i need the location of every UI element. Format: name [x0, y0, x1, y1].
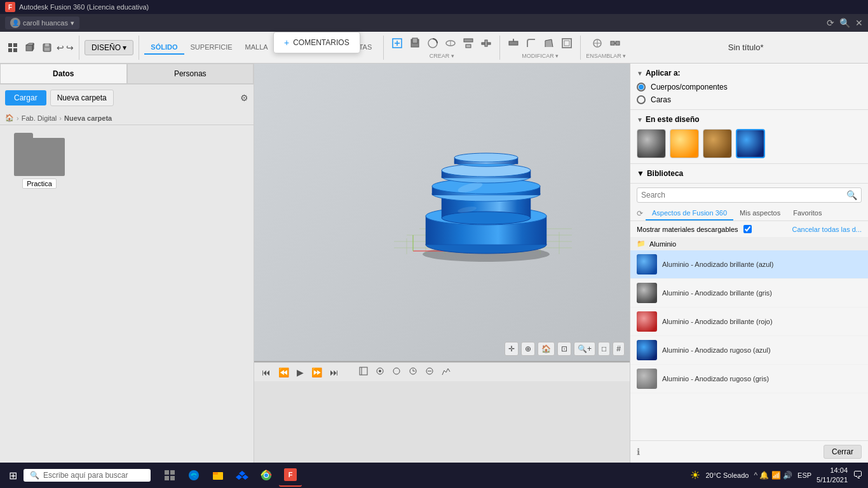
loft-btn[interactable]	[460, 36, 477, 51]
grid-view-btn[interactable]	[5, 41, 20, 55]
taskbar-search[interactable]: 🔍 Escribe aquí para buscar	[24, 469, 151, 482]
anim-prev-btn[interactable]: ⏪	[276, 366, 292, 379]
chamfer-btn[interactable]	[541, 36, 557, 51]
svg-rect-9	[44, 48, 50, 51]
info-icon[interactable]: ℹ	[637, 447, 640, 457]
mat-item-2[interactable]: Aluminio - Anodizado brillante (rojo)	[630, 308, 868, 336]
anim-start-btn[interactable]: ⏮	[259, 366, 273, 379]
design-materials	[637, 129, 862, 158]
mat-thumb-1[interactable]	[637, 129, 666, 158]
redo-btn[interactable]: ↪	[66, 43, 74, 53]
svg-rect-75	[170, 476, 175, 480]
svg-rect-2	[8, 48, 12, 52]
tab-solido[interactable]: SÓLIDO	[144, 41, 184, 55]
anim-tool-1[interactable]	[356, 365, 370, 379]
fillet-btn[interactable]	[523, 36, 539, 51]
mat-item-3[interactable]: Aluminio - Anodizado rugoso (azul)	[630, 336, 868, 365]
apply-title: Aplicar a:	[646, 69, 681, 78]
taskbar-app-explorer[interactable]	[207, 464, 229, 487]
svg-rect-78	[213, 472, 218, 475]
menu-icons: ⟳ 🔍 ✕	[827, 18, 863, 28]
mat-thumb-4[interactable]	[736, 129, 765, 158]
panel-settings-btn[interactable]: ⚙	[240, 93, 248, 103]
refresh-library-btn[interactable]: ⟳	[637, 209, 643, 218]
anim-play-btn[interactable]: ▶	[294, 366, 306, 379]
user-area[interactable]: 👤 caroll huancas ▾	[5, 17, 79, 29]
lib-tab-fusion[interactable]: Aspectos de Fusion 360	[646, 207, 733, 220]
anim-tool-4[interactable]	[406, 365, 420, 379]
library-header[interactable]: ▼ Biblioteca	[630, 164, 868, 184]
breadcrumb-fabdigital[interactable]: Fab. Digital	[22, 114, 57, 122]
zoom-fit-btn[interactable]: ⊡	[557, 342, 571, 356]
show-downloadable-label[interactable]: Mostrar materiales descargables	[637, 225, 752, 233]
revolve-btn[interactable]	[424, 36, 441, 51]
taskbar-app-chrome[interactable]	[255, 464, 278, 487]
taskbar-app-edge[interactable]	[182, 464, 205, 487]
username: caroll huancas	[23, 19, 68, 27]
anim-tool-5[interactable]	[423, 365, 437, 379]
mat-thumb-2[interactable]	[670, 129, 699, 158]
taskbar-app-fusion[interactable]: F	[279, 464, 302, 487]
design-dropdown-btn[interactable]: DISEÑO ▾	[85, 40, 133, 55]
search-input[interactable]	[641, 191, 846, 200]
save-btn[interactable]	[39, 41, 55, 55]
create-sketch-btn[interactable]	[389, 36, 405, 51]
library-title: Biblioteca	[647, 169, 683, 178]
search-icon[interactable]: 🔍	[839, 18, 850, 28]
taskbar-app-taskview[interactable]	[158, 464, 181, 487]
comentarios-popup[interactable]: + COMENTARIOS	[273, 32, 360, 53]
orbit-btn[interactable]: ⊕	[521, 342, 535, 356]
anim-tool-3[interactable]	[390, 365, 403, 379]
tab-malla[interactable]: MALLA	[239, 41, 275, 55]
taskbar-search-placeholder: Escribe aquí para buscar	[43, 471, 128, 480]
design-header[interactable]: ▼ En este diseño	[637, 115, 862, 124]
shell-btn[interactable]	[559, 36, 575, 51]
extrude-btn[interactable]	[407, 36, 423, 51]
material-category-aluminio[interactable]: 📁 Aluminio	[630, 237, 868, 250]
close-btn[interactable]: Cerrar	[824, 445, 862, 459]
windows-btn[interactable]: ⊞	[5, 467, 21, 484]
tab-superficie[interactable]: SUPERFICIE	[184, 41, 239, 55]
sweep-btn[interactable]	[442, 36, 459, 51]
svg-marker-80	[236, 475, 242, 480]
mat-thumb-3[interactable]	[703, 129, 732, 158]
show-downloadable-checkbox[interactable]	[743, 225, 752, 233]
notification-btn[interactable]: 🗨	[853, 470, 863, 481]
viewport-3d[interactable]: ✛ ⊕ 🏠 ⊡ 🔍+ □ #	[254, 64, 630, 361]
display-mode-btn[interactable]: □	[598, 342, 610, 356]
home-view-btn[interactable]: 🏠	[538, 342, 555, 356]
rib-btn[interactable]	[478, 36, 494, 51]
joint-btn[interactable]	[589, 36, 606, 51]
design-title: En este diseño	[646, 115, 700, 124]
lib-tab-mis[interactable]: Mis aspectos	[733, 207, 787, 220]
folder-item[interactable]: Practica	[8, 133, 71, 194]
anim-end-btn[interactable]: ⏭	[327, 366, 341, 379]
breadcrumb-home-icon[interactable]: 🏠	[5, 114, 14, 122]
option-cuerpos[interactable]: Cuerpos/componentes	[637, 83, 862, 92]
cube-btn[interactable]	[22, 41, 37, 55]
mat-item-0[interactable]: Aluminio - Anodizado brillante (azul)	[630, 250, 868, 279]
zoom-in-btn[interactable]: 🔍+	[574, 342, 595, 356]
upload-btn[interactable]: Cargar	[5, 90, 46, 105]
anim-tool-2[interactable]	[373, 365, 387, 379]
press-pull-btn[interactable]	[505, 36, 522, 51]
apply-header[interactable]: ▼ Aplicar a:	[637, 69, 862, 78]
refresh-icon[interactable]: ⟳	[827, 18, 834, 28]
tab-datos[interactable]: Datos	[0, 64, 127, 84]
close-icon[interactable]: ✕	[855, 18, 863, 28]
undo-btn[interactable]: ↩	[57, 43, 64, 53]
pan-btn[interactable]: ✛	[505, 342, 519, 356]
option-caras[interactable]: Caras	[637, 95, 862, 104]
motion-link-btn[interactable]	[607, 36, 623, 51]
mat-item-1[interactable]: Aluminio - Anodizado brillante (gris)	[630, 279, 868, 308]
mat-item-4[interactable]: Aluminio - Anodizado rugoso (gris)	[630, 365, 868, 393]
lib-tab-favoritos[interactable]: Favoritos	[787, 207, 828, 220]
tab-personas[interactable]: Personas	[127, 64, 254, 84]
anim-next-btn[interactable]: ⏩	[309, 366, 325, 379]
taskbar-app-dropbox[interactable]	[231, 464, 254, 487]
mat-name-4: Aluminio - Anodizado rugoso (gris)	[662, 375, 769, 383]
cancel-download-link[interactable]: Cancelar todas las d...	[792, 226, 862, 233]
new-folder-btn[interactable]: Nueva carpeta	[50, 90, 114, 106]
anim-tool-6[interactable]	[439, 365, 453, 379]
grid-btn[interactable]: #	[613, 342, 625, 356]
